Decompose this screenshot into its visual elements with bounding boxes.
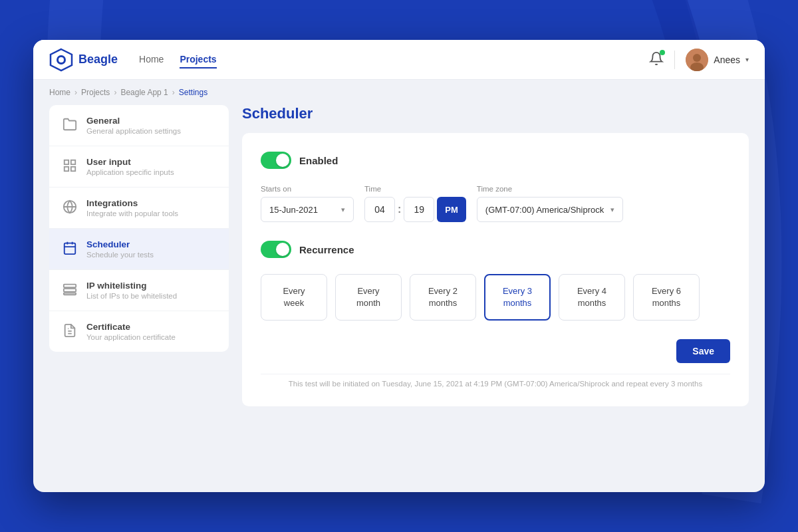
nav-home[interactable]: Home [139,51,164,68]
time-fields: 04 : 19 PM [364,197,466,222]
svg-rect-14 [64,289,76,292]
starts-on-group: Starts on 15-Jun-2021 ▾ [261,185,354,222]
sidebar-item-user-input[interactable]: User input Application specific inputs [49,146,229,188]
sidebar-item-integrations[interactable]: Integrations Integrate with popular tool… [49,188,229,229]
recurrence-4mo-line1: Every 4 [577,285,606,297]
recurrence-every-week[interactable]: Every week [261,274,327,321]
toggle-knob [276,154,289,167]
timezone-select[interactable]: (GMT-07:00) America/Shiprock ▾ [477,197,623,222]
enabled-label: Enabled [299,155,338,166]
starts-on-select[interactable]: 15-Jun-2021 ▾ [261,197,354,222]
beagle-logo-icon [49,48,73,72]
starts-on-label: Starts on [261,185,354,193]
doc-icon [63,323,77,338]
recurrence-4mo-line2: months [578,297,606,309]
recurrence-3mo-line2: months [503,297,532,309]
save-row: Save [261,339,730,363]
recurrence-every-6-months[interactable]: Every 6 months [633,274,700,321]
enabled-toggle[interactable] [261,152,291,169]
recurrence-week-line2: week [284,297,304,309]
sidebar-ip-title: IP whitelisting [86,281,177,291]
recurrence-week-line1: Every [283,285,305,297]
logo-area: Beagle [49,48,118,72]
sidebar-item-general[interactable]: General General application settings [49,105,229,146]
svg-rect-12 [65,243,76,255]
sidebar-integrations-title: Integrations [86,198,178,208]
svg-rect-15 [64,293,76,295]
time-label: Time [364,185,466,193]
time-separator: : [398,203,401,215]
ampm-button[interactable]: PM [437,197,466,222]
sidebar-cert-desc: Your application certificate [86,333,176,341]
recurrence-2mo-line2: months [429,297,458,309]
page-title: Scheduler [242,105,749,122]
enabled-row: Enabled [261,152,730,169]
main-window: Beagle Home Projects [33,40,765,492]
timezone-label: Time zone [477,185,623,193]
globe-icon [63,200,77,214]
content-panel: Scheduler Enabled Starts on 15-Jun-2021 [242,105,749,406]
breadcrumb: Home › Projects › Beagle App 1 › Setting… [33,80,765,105]
svg-rect-8 [71,160,75,164]
recurrence-month-line2: month [356,297,380,309]
logo-text: Beagle [78,53,118,66]
breadcrumb-home[interactable]: Home [49,88,70,97]
time-hour[interactable]: 04 [364,197,395,222]
breadcrumb-sep-3: › [172,88,175,97]
sidebar-item-ip-whitelisting[interactable]: IP whitelisting List of IPs to be whitel… [49,270,229,311]
recurrence-month-line1: Every [357,285,379,297]
timezone-value: (GMT-07:00) America/Shiprock [485,205,604,215]
nav-links: Home Projects [139,51,649,68]
footer-note: This test will be initiated on Tuesday, … [261,374,730,388]
folder-icon [63,117,77,132]
svg-rect-9 [65,167,68,171]
recurrence-every-2-months[interactable]: Every 2 months [410,274,476,321]
nav-projects[interactable]: Projects [180,51,216,68]
starts-on-value: 15-Jun-2021 [269,205,318,215]
sidebar: General General application settings Use… [49,105,229,406]
user-avatar [686,49,708,71]
save-button[interactable]: Save [676,339,730,363]
main-content: General General application settings Use… [33,105,765,422]
time-minute[interactable]: 19 [404,197,434,222]
sidebar-scheduler-desc: Schedule your tests [86,251,154,259]
sidebar-general-title: General [86,116,181,126]
recurrence-every-4-months[interactable]: Every 4 months [559,274,625,321]
calendar-icon [63,241,77,255]
form-row: Starts on 15-Jun-2021 ▾ Time 04 : 19 PM [261,185,730,222]
sidebar-userinput-title: User input [86,157,174,167]
recurrence-options: Every week Every month Every 2 months Ev… [261,274,730,321]
sidebar-card: General General application settings Use… [49,105,229,352]
grid-icon [63,158,77,173]
sidebar-item-scheduler[interactable]: Scheduler Schedule your tests [49,229,229,270]
recurrence-toggle[interactable] [261,241,291,258]
recurrence-2mo-line1: Every 2 [428,285,458,297]
time-group: Time 04 : 19 PM [364,185,466,222]
svg-point-3 [59,57,64,63]
date-dropdown-icon: ▾ [341,205,345,214]
svg-point-5 [693,54,701,62]
sidebar-scheduler-title: Scheduler [86,239,154,249]
sidebar-integrations-desc: Integrate with popular tools [86,209,178,217]
sidebar-general-desc: General application settings [86,127,181,135]
sidebar-ip-desc: List of IPs to be whitelisted [86,292,177,300]
breadcrumb-sep-1: › [74,88,77,97]
timezone-dropdown-icon: ▾ [610,205,614,214]
sidebar-userinput-desc: Application specific inputs [86,168,174,176]
sidebar-item-certificate[interactable]: Certificate Your application certificate [49,311,229,352]
recurrence-6mo-line1: Every 6 [652,285,681,297]
nav-right: Anees ▾ [649,49,749,71]
timezone-group: Time zone (GMT-07:00) America/Shiprock ▾ [477,185,623,222]
recurrence-row: Recurrence [261,241,730,258]
user-area[interactable]: Anees ▾ [686,49,749,71]
recurrence-every-3-months[interactable]: Every 3 months [484,274,551,321]
notification-badge [660,50,665,55]
list-icon [63,282,77,297]
recurrence-toggle-knob [276,243,289,256]
breadcrumb-projects[interactable]: Projects [81,88,110,97]
recurrence-every-month[interactable]: Every month [335,274,402,321]
sidebar-cert-title: Certificate [86,322,176,332]
notification-button[interactable] [649,51,664,68]
breadcrumb-app[interactable]: Beagle App 1 [120,88,168,97]
recurrence-6mo-line2: months [652,297,681,309]
